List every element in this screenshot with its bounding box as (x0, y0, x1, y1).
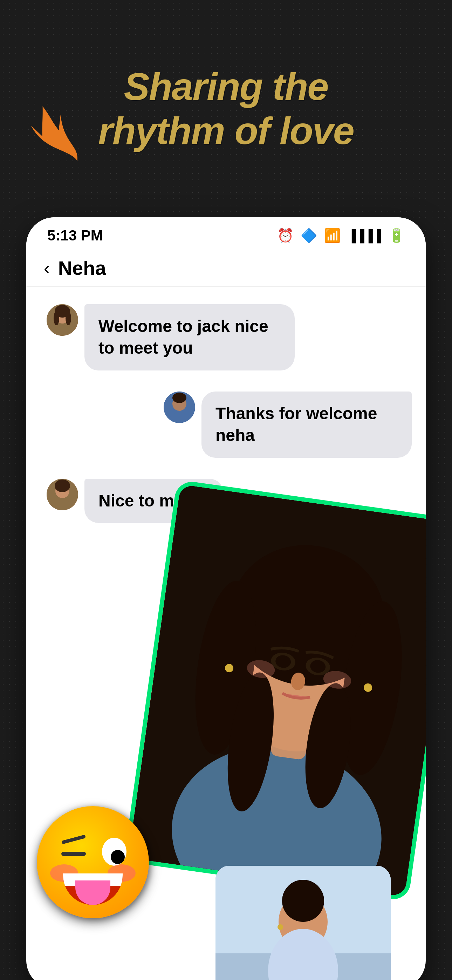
emoji-left-eye (61, 838, 86, 866)
nav-bar: ‹ Neha (26, 250, 426, 287)
header-area: Sharing the rhythm of love (0, 0, 452, 245)
message-text-2: Thanks for welcome neha (215, 404, 377, 444)
emoji-overlay (37, 806, 149, 918)
svg-point-36 (282, 880, 324, 922)
message-bubble-2: Thanks for welcome neha (202, 391, 412, 458)
message-row: Thanks for welcome neha (40, 391, 412, 458)
svg-point-9 (172, 393, 186, 403)
phone-mockup: 5:13 PM ⏰ 🔷 📶 ▐▐▐▐ 🔋 ‹ Neha (26, 217, 426, 980)
header-title-line2: rhythm of love (98, 109, 354, 152)
avatar-neha (46, 304, 78, 336)
back-button[interactable]: ‹ (44, 258, 50, 278)
alarm-icon: ⏰ (277, 228, 294, 243)
status-bar: 5:13 PM ⏰ 🔷 📶 ▐▐▐▐ 🔋 (26, 217, 426, 250)
svg-point-4 (54, 311, 59, 325)
emoji-mouth (63, 873, 123, 905)
avatar-jack (164, 391, 195, 423)
header-title: Sharing the rhythm of love (28, 65, 424, 153)
status-time: 5:13 PM (47, 227, 103, 244)
photo-card-secondary (215, 866, 391, 980)
svg-point-5 (65, 311, 71, 325)
message-bubble-1: Welcome to jack nice to meet you (84, 304, 295, 371)
emoji-face (37, 806, 149, 918)
message-text-1: Welcome to jack nice to meet you (99, 317, 268, 357)
message-row: Welcome to jack nice to meet you (40, 304, 412, 371)
contact-name: Neha (58, 256, 106, 279)
signal-icon: ▐▐▐▐ (348, 229, 381, 243)
bluetooth-icon: 🔷 (301, 228, 317, 243)
photo-overlay (26, 463, 426, 980)
photo-card-main (123, 479, 426, 901)
wifi-icon: 📶 (324, 228, 341, 243)
status-icons: ⏰ 🔷 📶 ▐▐▐▐ 🔋 (277, 228, 405, 243)
emoji-right-eye (102, 838, 126, 866)
svg-point-38 (277, 924, 283, 930)
header-title-line1: Sharing the (124, 65, 328, 108)
battery-icon: 🔋 (388, 228, 405, 243)
